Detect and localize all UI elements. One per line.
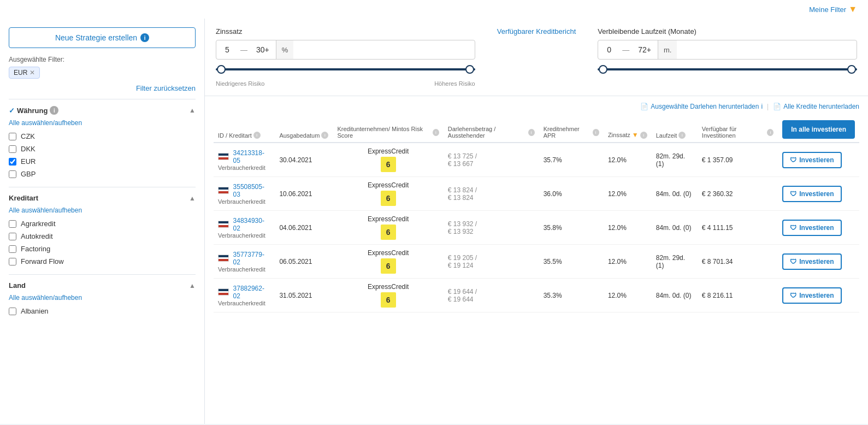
ausgabe-value-2: 04.06.2021: [279, 224, 312, 232]
zinssatz-min-value[interactable]: 5: [216, 45, 238, 54]
verfugbar-value-2: € 4 111.15: [702, 224, 733, 232]
col-verfugbar-info-icon[interactable]: i: [767, 129, 773, 136]
laufzeit-title: Verbleibende Laufzeit (Monate): [598, 27, 857, 36]
verfugbar-value-4: € 8 216.11: [702, 292, 733, 299]
main-layout: Neue Strategie erstellen i Ausgewählte F…: [0, 19, 868, 424]
zinssatz-value-4: 12.0%: [608, 292, 627, 299]
land-section-header[interactable]: Land ▲: [9, 281, 196, 290]
zinssatz-slider-thumb-right[interactable]: [465, 65, 474, 74]
download-selected-link[interactable]: 📄 Ausgewählte Darlehen herunterladen i: [640, 103, 763, 110]
filter-zuruck-link[interactable]: Filter zurücksetzen: [9, 84, 196, 92]
land-label: Land: [9, 281, 26, 290]
col-laufzeit-info-icon[interactable]: i: [678, 132, 686, 139]
cell-apr-2: 35.8%: [539, 211, 604, 245]
zinssatz-max-value[interactable]: 30+: [250, 45, 276, 54]
verfugbar-value-1: € 2 360.32: [702, 190, 733, 198]
loan-id-link-2[interactable]: 34834930-02: [233, 217, 271, 232]
wahrung-section-header[interactable]: ✓ Währung i ▲: [9, 106, 196, 115]
invest-button-1[interactable]: 🛡 Investieren: [782, 186, 841, 202]
risk-badge-1: 6: [381, 191, 396, 206]
betrag-secondary-1: € 13 824: [448, 194, 535, 202]
remove-filter-icon[interactable]: ✕: [29, 69, 35, 76]
risk-badge-0: 6: [381, 157, 396, 172]
laufzeit-sep: —: [620, 46, 631, 54]
loan-type-0: Verbraucherkredit: [218, 164, 270, 171]
col-id: ID / Kreditart i: [214, 117, 275, 143]
kreditart-factoring-label: Factoring: [21, 245, 50, 253]
col-zinssatz-info-icon[interactable]: i: [640, 132, 647, 139]
neue-strategie-info-icon[interactable]: i: [140, 33, 149, 42]
invest-button-3[interactable]: 🛡 Investieren: [782, 253, 841, 270]
table-header-row: ID / Kreditart i Ausgabedatum i: [214, 117, 859, 143]
verfugbar-value-3: € 8 701.34: [702, 258, 733, 265]
zinssatz-value-3: 12.0%: [608, 258, 627, 265]
kreditbericht-title[interactable]: Verfügbarer Kreditbericht: [497, 27, 576, 36]
currency-dkk-checkbox[interactable]: [9, 145, 16, 153]
betrag-secondary-3: € 19 124: [448, 262, 535, 269]
neue-strategie-button[interactable]: Neue Strategie erstellen i: [9, 27, 196, 48]
laufzeit-range-input: 0 — 72+ m.: [598, 40, 857, 60]
cell-apr-1: 36.0%: [539, 177, 604, 211]
kreditart-section-header[interactable]: Kreditart ▲: [9, 194, 196, 202]
invest-label-0: Investieren: [799, 156, 834, 164]
cell-verfugbar-1: € 2 360.32: [698, 177, 778, 211]
kreditart-autokredit-checkbox[interactable]: [9, 233, 16, 240]
currency-dkk-label: DKK: [21, 145, 36, 153]
wahrung-info-icon[interactable]: i: [50, 106, 58, 115]
zinssatz-value-1: 12.0%: [608, 190, 627, 198]
col-verfugbar: Verfügbar für Investitionen i: [698, 117, 778, 143]
cell-id-0: 34213318-05 Verbraucherkredit: [214, 143, 275, 177]
main-content: Zinssatz 5 — 30+ %: [205, 19, 868, 424]
kreditart-factoring-checkbox[interactable]: [9, 245, 16, 253]
col-ausgabe-info-icon[interactable]: i: [321, 132, 328, 139]
kreditart-agrarkredit-checkbox[interactable]: [9, 220, 16, 228]
download-selected-info-icon[interactable]: i: [761, 103, 763, 110]
invest-all-button[interactable]: In alle investieren: [782, 120, 855, 139]
kreditart-agrarkredit-label: Agrarkredit: [21, 220, 56, 228]
kreditart-forwardflow-checkbox[interactable]: [9, 258, 16, 265]
company-name-4: ExpressCredit: [337, 283, 439, 291]
zinssatz-value-2: 12.0%: [608, 224, 627, 232]
invest-button-4[interactable]: 🛡 Investieren: [782, 287, 841, 304]
download-all-link[interactable]: 📄 Alle Kredite herunterladen: [773, 103, 859, 110]
invest-button-2[interactable]: 🛡 Investieren: [782, 220, 841, 236]
wahrung-alle-auswahlen[interactable]: Alle auswählen/aufheben: [9, 119, 196, 127]
loan-id-link-1[interactable]: 35508505-03: [233, 183, 271, 198]
col-betrag-info-icon[interactable]: i: [528, 129, 535, 136]
loan-id-link-0[interactable]: 34213318-05: [233, 149, 271, 164]
risk-badge-4: 6: [381, 292, 396, 308]
col-kredit-score-info-icon[interactable]: i: [433, 129, 439, 136]
company-name-1: ExpressCredit: [337, 181, 439, 189]
land-section: Land ▲ Alle auswählen/aufheben Albanien: [9, 274, 196, 324]
kreditbericht-group: Verfügbarer Kreditbericht: [497, 27, 576, 36]
currency-czk-checkbox[interactable]: [9, 133, 16, 140]
zinssatz-value-0: 12.0%: [608, 156, 627, 164]
loan-id-link-4[interactable]: 37882962-02: [233, 285, 271, 300]
col-verfugbar-label: Verfügbar für Investitionen: [702, 126, 766, 139]
meine-filter-link[interactable]: Meine Filter ▼: [809, 4, 857, 14]
loan-id-link-3[interactable]: 35773779-02: [233, 251, 271, 266]
col-id-info-icon[interactable]: i: [253, 132, 261, 139]
laufzeit-min-value[interactable]: 0: [598, 45, 620, 54]
invest-button-0[interactable]: 🛡 Investieren: [782, 152, 841, 168]
cell-laufzeit-3: 82m. 29d. (1): [652, 245, 698, 279]
laufzeit-value-2: 84m. 0d. (0): [656, 224, 692, 232]
currency-dkk-item: DKK: [9, 143, 196, 155]
land-alle-auswahlen[interactable]: Alle auswählen/aufheben: [9, 294, 196, 302]
col-apr-info-icon[interactable]: i: [593, 129, 599, 136]
zinssatz-slider-thumb-left[interactable]: [217, 65, 226, 74]
laufzeit-max-value[interactable]: 72+: [631, 45, 658, 54]
col-zinssatz: Zinssatz ▼ i: [604, 117, 652, 143]
laufzeit-slider-thumb-left[interactable]: [599, 65, 607, 74]
col-apr-label: Kreditnehmer APR: [544, 126, 591, 139]
col-zinssatz-sort-icon[interactable]: ▼: [632, 131, 639, 139]
land-albanien-checkbox[interactable]: [9, 308, 16, 315]
laufzeit-slider-thumb-right[interactable]: [847, 65, 856, 74]
cell-invest-0: 🛡 Investieren: [778, 143, 859, 177]
currency-gbp-checkbox[interactable]: [9, 170, 16, 178]
betrag-primary-0: € 13 725 /: [448, 152, 535, 160]
kreditart-label: Kreditart: [9, 194, 38, 202]
kreditart-autokredit-item: Autokredit: [9, 230, 196, 243]
kreditart-alle-auswahlen[interactable]: Alle auswählen/aufheben: [9, 206, 196, 214]
currency-eur-checkbox[interactable]: [9, 158, 16, 166]
